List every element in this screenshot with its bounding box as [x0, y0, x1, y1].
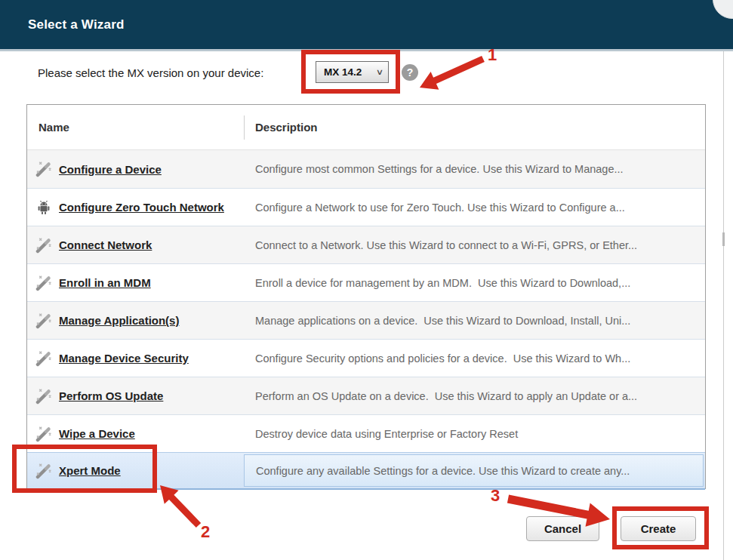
wizard-description: Configure Security options and policies …: [244, 340, 705, 377]
wizard-description: Destroy device data using Enterprise or …: [244, 415, 705, 452]
wizard-name-cell: Manage Device Security: [27, 340, 244, 377]
wizard-name-cell: Configure a Device: [27, 150, 244, 188]
table-row[interactable]: Manage Application(s) Manage application…: [27, 301, 705, 339]
mx-version-label: Please select the MX version on your dev…: [38, 66, 263, 79]
wizard-name-cell: Manage Application(s): [27, 302, 244, 339]
annotation-arrow-2: [160, 485, 201, 528]
annotation-box-mx-version: [301, 50, 400, 94]
wizard-description: Connect to a Network. Use this Wizard to…: [244, 226, 705, 263]
column-header-description: Description: [244, 121, 318, 134]
android-icon: [36, 200, 51, 215]
table-row[interactable]: Enroll in an MDM Enroll a device for man…: [27, 263, 705, 301]
table-row[interactable]: Connect Network Connect to a Network. Us…: [27, 226, 705, 263]
wizard-description: Perform an OS Update on a device. Use th…: [244, 377, 705, 414]
table-row[interactable]: Configure Zero Touch Network Configure a…: [27, 188, 705, 226]
wand-icon: [35, 275, 52, 291]
wizard-table-body: Configure a Device Configure most common…: [27, 150, 705, 490]
dialog-title: Select a Wizard: [0, 17, 125, 32]
wizard-description: Manage applications on a device. Use thi…: [244, 302, 705, 339]
scrollbar-thumb[interactable]: [722, 232, 725, 246]
wizard-name-cell: Connect Network: [27, 226, 244, 263]
wand-icon: [35, 237, 52, 254]
wizard-description: Configure a Network to use for Zero Touc…: [244, 189, 705, 226]
page-edge-line: [723, 51, 724, 560]
wizard-link[interactable]: Manage Device Security: [59, 352, 189, 365]
wizard-link[interactable]: Enroll in an MDM: [59, 276, 151, 289]
column-divider: [244, 115, 245, 140]
wizard-description: Configure any available Settings for a d…: [244, 454, 704, 487]
annotation-box-create: [612, 506, 709, 549]
wand-icon: [35, 312, 52, 329]
wizard-table: Name Description: [26, 104, 706, 489]
table-row[interactable]: Configure a Device Configure most common…: [27, 150, 705, 188]
annotation-step-2: 2: [201, 524, 210, 540]
wand-icon: [35, 426, 52, 442]
annotation-arrow-1: [420, 56, 485, 90]
wizard-link[interactable]: Perform OS Update: [59, 389, 163, 402]
wand-icon: [35, 388, 52, 405]
table-row[interactable]: Manage Device Security Configure Securit…: [27, 339, 705, 377]
wizard-link[interactable]: Connect Network: [59, 238, 152, 251]
wizard-name-cell: Enroll in an MDM: [27, 264, 244, 301]
wand-icon: [35, 350, 52, 367]
wizard-name-cell: Perform OS Update: [27, 377, 244, 414]
wizard-description: Enroll a device for management by an MDM…: [244, 264, 705, 301]
annotation-box-xpert-mode: [12, 445, 157, 493]
annotation-step-1: 1: [488, 47, 497, 63]
wizard-link[interactable]: Configure a Device: [59, 163, 162, 176]
wizard-link[interactable]: Manage Application(s): [59, 314, 179, 327]
column-header-name: Name: [27, 121, 244, 134]
table-header-row: Name Description: [27, 105, 705, 150]
wizard-link[interactable]: Wipe a Device: [59, 427, 135, 440]
wizard-link[interactable]: Configure Zero Touch Network: [59, 201, 224, 214]
table-row[interactable]: Perform OS Update Perform an OS Update o…: [27, 377, 705, 414]
wizard-description: Configure most common Settings for a dev…: [244, 150, 705, 188]
annotation-step-3: 3: [491, 488, 500, 504]
dialog-titlebar: Select a Wizard: [0, 0, 733, 51]
wizard-name-cell: Configure Zero Touch Network: [27, 189, 244, 226]
select-wizard-dialog: Select a Wizard Please select the MX ver…: [0, 0, 733, 560]
cancel-button[interactable]: Cancel: [526, 516, 599, 541]
wand-icon: [35, 161, 52, 177]
help-icon[interactable]: ?: [402, 64, 418, 81]
